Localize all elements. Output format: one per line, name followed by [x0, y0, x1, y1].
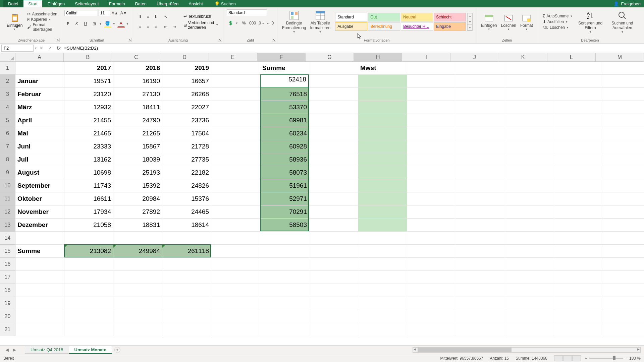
cell[interactable]: 69981	[260, 114, 309, 127]
cell[interactable]	[309, 101, 358, 114]
cell[interactable]	[211, 310, 260, 323]
cell[interactable]	[505, 205, 554, 219]
cell[interactable]	[211, 245, 260, 258]
cell[interactable]	[162, 284, 211, 297]
cell[interactable]	[505, 219, 554, 232]
merge-center-button[interactable]: ⊟Verbinden und zentrieren▼	[182, 20, 220, 31]
cell[interactable]	[554, 271, 603, 284]
cell[interactable]: 18831	[113, 219, 162, 232]
cell[interactable]	[554, 219, 603, 232]
bold-button[interactable]: F	[64, 20, 72, 27]
dialog-launcher[interactable]: ⬊	[218, 38, 222, 42]
autosum-button[interactable]: ΣAutoSumme▼	[541, 13, 575, 19]
cell[interactable]	[407, 75, 456, 88]
cell[interactable]	[309, 271, 358, 284]
cell[interactable]	[554, 232, 603, 245]
wrap-text-button[interactable]: ↩Textumbruch	[182, 13, 220, 19]
sheet-tab[interactable]: Umsatz Q4 2018	[25, 346, 69, 354]
cell[interactable]	[309, 75, 358, 88]
cell[interactable]: 60234	[260, 127, 309, 140]
cell[interactable]	[64, 284, 113, 297]
cell[interactable]	[358, 205, 407, 219]
select-all-corner[interactable]	[0, 53, 15, 62]
cell[interactable]	[505, 62, 554, 75]
column-header[interactable]: L	[547, 53, 596, 62]
row-header[interactable]: 9	[0, 166, 15, 179]
cell[interactable]	[358, 179, 407, 192]
row-header[interactable]: 19	[0, 297, 15, 310]
cell[interactable]: 21728	[162, 140, 211, 153]
format-as-table-button[interactable]: Als Tabelle formatieren▼	[309, 9, 332, 34]
cell[interactable]: 25193	[113, 166, 162, 179]
cell[interactable]	[407, 310, 456, 323]
cell[interactable]	[407, 219, 456, 232]
cell[interactable]	[456, 75, 505, 88]
cell[interactable]	[15, 323, 64, 336]
zoom-control[interactable]: −+ 180 %	[585, 356, 641, 361]
cell[interactable]	[64, 232, 113, 245]
cell[interactable]: 18411	[113, 101, 162, 114]
row-header[interactable]: 18	[0, 284, 15, 297]
cell[interactable]	[64, 323, 113, 336]
italic-button[interactable]: K	[73, 20, 80, 27]
tell-me-search[interactable]: 💡 Suchen	[214, 1, 236, 6]
cell[interactable]	[554, 245, 603, 258]
decrease-indent-button[interactable]: ⇤	[162, 23, 169, 31]
cell[interactable]	[505, 179, 554, 192]
tab-insert[interactable]: Einfügen	[43, 0, 69, 7]
cell[interactable]	[603, 310, 644, 323]
cell[interactable]	[309, 310, 358, 323]
cell[interactable]	[456, 192, 505, 205]
cell[interactable]: 12932	[64, 101, 113, 114]
row-header[interactable]: 15	[0, 245, 15, 258]
cell[interactable]	[211, 101, 260, 114]
cell[interactable]	[505, 245, 554, 258]
cell[interactable]	[603, 166, 644, 179]
font-size-select[interactable]	[99, 10, 110, 16]
column-header[interactable]: J	[450, 53, 499, 62]
cell[interactable]: Januar	[15, 75, 64, 88]
cell[interactable]: Juli	[15, 153, 64, 166]
cell[interactable]	[260, 245, 309, 258]
cell[interactable]	[456, 166, 505, 179]
cell[interactable]	[603, 140, 644, 153]
sheet-tab[interactable]: Umsatz Monate	[69, 346, 112, 354]
align-left-button[interactable]: ≡	[137, 23, 144, 31]
decrease-font-button[interactable]: A▼	[120, 9, 127, 17]
cell[interactable]	[15, 232, 64, 245]
cell[interactable]	[554, 140, 603, 153]
cell[interactable]	[407, 284, 456, 297]
column-header[interactable]: G	[306, 53, 354, 62]
cell[interactable]	[358, 323, 407, 336]
cell[interactable]: 22027	[162, 101, 211, 114]
cell[interactable]	[603, 205, 644, 219]
cell[interactable]	[407, 127, 456, 140]
cell[interactable]	[309, 114, 358, 127]
cell[interactable]	[554, 323, 603, 336]
name-box[interactable]	[1, 45, 34, 52]
cell[interactable]	[456, 153, 505, 166]
cell[interactable]	[505, 75, 554, 88]
cell[interactable]: Summe	[15, 245, 64, 258]
cell[interactable]	[211, 219, 260, 232]
cell[interactable]	[456, 310, 505, 323]
cell[interactable]	[456, 205, 505, 219]
row-header[interactable]: 12	[0, 205, 15, 219]
cell[interactable]	[407, 245, 456, 258]
cell[interactable]	[456, 140, 505, 153]
cell[interactable]	[407, 88, 456, 101]
cell-style-schlecht[interactable]: Schlecht	[434, 13, 466, 21]
cell[interactable]	[358, 297, 407, 310]
cell[interactable]	[456, 62, 505, 75]
cell[interactable]	[603, 297, 644, 310]
cell[interactable]	[554, 75, 603, 88]
tab-start[interactable]: Start	[23, 0, 42, 7]
cell[interactable]	[407, 153, 456, 166]
cell[interactable]	[211, 323, 260, 336]
row-header[interactable]: 14	[0, 232, 15, 245]
cell[interactable]	[15, 284, 64, 297]
cell[interactable]	[309, 205, 358, 219]
cell[interactable]	[505, 114, 554, 127]
cell[interactable]: 22182	[162, 166, 211, 179]
cell[interactable]	[603, 75, 644, 88]
